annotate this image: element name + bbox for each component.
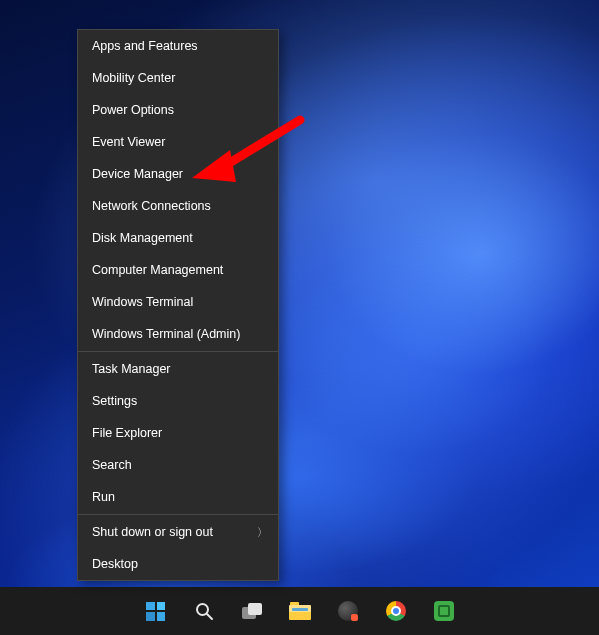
menu-item-run[interactable]: Run bbox=[78, 481, 278, 513]
menu-item-label: File Explorer bbox=[92, 426, 162, 440]
taskbar-search-button[interactable] bbox=[184, 591, 224, 631]
menu-item-label: Task Manager bbox=[92, 362, 171, 376]
menu-separator bbox=[78, 351, 278, 352]
menu-item-device-manager[interactable]: Device Manager bbox=[78, 158, 278, 190]
taskbar-app-button[interactable] bbox=[328, 591, 368, 631]
menu-item-task-manager[interactable]: Task Manager bbox=[78, 353, 278, 385]
menu-item-label: Computer Management bbox=[92, 263, 223, 277]
taskbar-file-explorer-button[interactable] bbox=[280, 591, 320, 631]
chevron-right-icon: 〉 bbox=[257, 525, 268, 540]
menu-item-label: Shut down or sign out bbox=[92, 525, 213, 539]
menu-item-label: Search bbox=[92, 458, 132, 472]
menu-item-network-connections[interactable]: Network Connections bbox=[78, 190, 278, 222]
desktop: Apps and Features Mobility Center Power … bbox=[0, 0, 599, 635]
chrome-icon bbox=[386, 601, 406, 621]
menu-item-windows-terminal[interactable]: Windows Terminal bbox=[78, 286, 278, 318]
menu-item-label: Power Options bbox=[92, 103, 174, 117]
menu-item-label: Run bbox=[92, 490, 115, 504]
menu-item-settings[interactable]: Settings bbox=[78, 385, 278, 417]
menu-item-disk-management[interactable]: Disk Management bbox=[78, 222, 278, 254]
start-button[interactable] bbox=[136, 591, 176, 631]
win-x-menu: Apps and Features Mobility Center Power … bbox=[77, 29, 279, 581]
menu-item-desktop[interactable]: Desktop bbox=[78, 548, 278, 580]
menu-item-windows-terminal-admin[interactable]: Windows Terminal (Admin) bbox=[78, 318, 278, 350]
menu-item-mobility-center[interactable]: Mobility Center bbox=[78, 62, 278, 94]
start-icon bbox=[146, 602, 165, 621]
menu-separator bbox=[78, 514, 278, 515]
app-icon bbox=[338, 601, 358, 621]
file-explorer-icon bbox=[289, 602, 311, 620]
menu-item-file-explorer[interactable]: File Explorer bbox=[78, 417, 278, 449]
menu-item-label: Device Manager bbox=[92, 167, 183, 181]
menu-item-search[interactable]: Search bbox=[78, 449, 278, 481]
menu-item-shut-down-or-sign-out[interactable]: Shut down or sign out 〉 bbox=[78, 516, 278, 548]
menu-item-label: Windows Terminal (Admin) bbox=[92, 327, 240, 341]
menu-item-computer-management[interactable]: Computer Management bbox=[78, 254, 278, 286]
menu-item-apps-and-features[interactable]: Apps and Features bbox=[78, 30, 278, 62]
menu-item-label: Windows Terminal bbox=[92, 295, 193, 309]
menu-item-event-viewer[interactable]: Event Viewer bbox=[78, 126, 278, 158]
menu-item-label: Event Viewer bbox=[92, 135, 165, 149]
task-view-icon bbox=[242, 603, 262, 619]
menu-item-label: Settings bbox=[92, 394, 137, 408]
app-icon bbox=[434, 601, 454, 621]
menu-item-label: Desktop bbox=[92, 557, 138, 571]
svg-line-3 bbox=[207, 614, 212, 619]
taskbar-chrome-button[interactable] bbox=[376, 591, 416, 631]
taskbar-app-green-button[interactable] bbox=[424, 591, 464, 631]
task-view-button[interactable] bbox=[232, 591, 272, 631]
menu-item-label: Disk Management bbox=[92, 231, 193, 245]
menu-item-power-options[interactable]: Power Options bbox=[78, 94, 278, 126]
menu-item-label: Network Connections bbox=[92, 199, 211, 213]
menu-item-label: Apps and Features bbox=[92, 39, 198, 53]
taskbar bbox=[0, 587, 599, 635]
menu-item-label: Mobility Center bbox=[92, 71, 175, 85]
search-icon bbox=[194, 601, 214, 621]
